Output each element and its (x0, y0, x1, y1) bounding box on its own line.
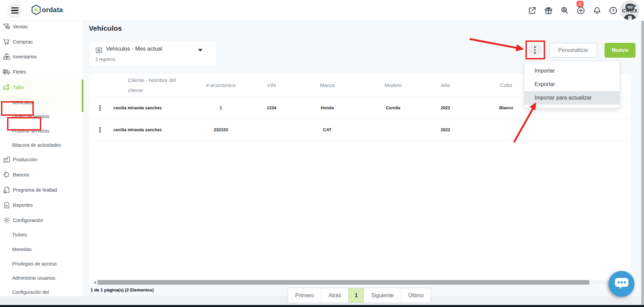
chat-bubble-icon (614, 277, 629, 291)
help-question-icon[interactable]: ? (609, 6, 618, 15)
view-filter-dropdown[interactable]: Vehículos - Mes actual 2 registros (89, 41, 216, 67)
sidebar-item-reportes[interactable]: Reportes (0, 200, 83, 210)
options-dropdown-menu: Importar Exportar Importar para actualiz… (524, 61, 620, 108)
notification-badge: 1 (576, 1, 584, 7)
sidebar: $ Ventas Compras Inventarios Fletes Tall… (0, 21, 83, 296)
view-filter-label: Vehículos - Mes actual (106, 46, 162, 52)
sidebar-item-taller[interactable]: Taller (0, 82, 83, 92)
app-logo: K ordata (31, 4, 63, 15)
sidebar-item-proximo-servicios[interactable]: Próximo servicios (0, 126, 83, 136)
boxes-icon (3, 53, 11, 61)
sidebar-item-bancos[interactable]: Bancos (0, 170, 83, 180)
column-header-modelo[interactable]: Modelo (364, 80, 422, 90)
sidebar-item-fletes[interactable]: Fletes (0, 67, 83, 77)
pagination-last-button[interactable]: Último (401, 288, 431, 303)
sidebar-item-vehiculos[interactable]: Vehículos (0, 97, 83, 108)
menu-item-importar[interactable]: Importar (524, 64, 619, 78)
new-button[interactable]: Nuevo (604, 43, 636, 58)
column-header-ano[interactable]: Año (422, 80, 469, 90)
pagination-back-button[interactable]: Atrás (321, 288, 349, 303)
more-options-kebab-button[interactable] (528, 43, 542, 57)
pagination-summary: 1 de 1 página(s) (2 Elementos) (91, 287, 154, 292)
records-count: 2 registros (96, 57, 115, 62)
window-bottom-edge (0, 305, 644, 307)
svg-text:K: K (34, 7, 38, 12)
column-header-economico[interactable]: # económico (189, 80, 253, 90)
page-title: Vehículos (89, 24, 122, 32)
column-header-marca[interactable]: Marca (290, 80, 364, 90)
chat-widget-button[interactable] (609, 271, 635, 297)
sidebar-item-programa-de-lealtad[interactable]: Programa de lealtad (0, 185, 83, 195)
gift-icon[interactable] (544, 6, 553, 15)
sidebar-item-orden-de-servicio[interactable]: Orden de servicio (0, 111, 83, 121)
car-wrench-icon (3, 83, 11, 91)
sidebar-item-administrar-usuarios[interactable]: Administrar usuarios (0, 273, 83, 283)
pagination-page-1-button[interactable]: 1 (349, 288, 364, 303)
sidebar-item-compras[interactable]: Compras (0, 37, 83, 47)
table-row[interactable]: cecilia miranda sanchez 232333 CAT 2022 (89, 119, 630, 141)
piggy-bank-icon (3, 171, 11, 179)
sidebar-item-configuracion[interactable]: Configuración (0, 215, 83, 225)
sidebar-item-inventarios[interactable]: Inventarios (0, 52, 83, 62)
user-label[interactable]: CROX (622, 8, 638, 13)
search-records-icon[interactable] (560, 6, 569, 15)
svg-text:?: ? (612, 8, 615, 13)
top-bar: K ordata ? CROX (0, 0, 644, 21)
external-link-icon[interactable] (528, 6, 537, 15)
logo-text: ordata (42, 6, 63, 14)
report-icon (3, 201, 11, 209)
sidebar-item-produccion[interactable]: Producción (0, 155, 83, 165)
row-kebab-icon[interactable] (89, 127, 111, 133)
vertical-scrollbar-thumb[interactable] (641, 21, 644, 306)
sidebar-item-monedas[interactable]: Monedas (0, 244, 83, 254)
row-kebab-icon[interactable] (89, 105, 111, 111)
cart-icon (3, 38, 11, 46)
pagination-next-button[interactable]: Siguiente (364, 288, 401, 303)
app-window: K ordata ? CROX (0, 0, 644, 307)
menu-item-exportar[interactable]: Exportar (524, 78, 619, 91)
list-view-icon (95, 47, 103, 55)
hamburger-menu-button[interactable] (7, 3, 22, 18)
horizontal-scrollbar-thumb[interactable] (98, 280, 589, 285)
truck-icon (3, 68, 11, 76)
sidebar-item-bitacora-de-actividades[interactable]: Bitacora de actividades (0, 140, 83, 150)
column-header-vin[interactable]: VIN (253, 80, 290, 90)
factory-icon (3, 156, 11, 164)
svg-text:$: $ (8, 26, 9, 29)
sidebar-item-configuracion-del[interactable]: Configuración del (0, 287, 83, 297)
sidebar-item-ventas[interactable]: $ Ventas (0, 22, 83, 32)
chevron-down-icon (198, 49, 203, 52)
gear-icon (3, 216, 11, 224)
sidebar-item-tickets[interactable]: Tickets (0, 230, 83, 240)
scroll-left-arrow[interactable]: ◀ (93, 280, 97, 285)
personalize-button[interactable]: Personalizar (549, 43, 597, 58)
loyalty-badge-icon (3, 186, 11, 194)
logo-hexagon-icon: K (31, 4, 41, 15)
column-header-cliente[interactable]: Cliente - Nombre del cliente (111, 75, 189, 95)
funnel-dollar-icon: $ (3, 23, 11, 31)
notifications-bell-icon[interactable] (593, 6, 601, 15)
pagination: Primero Atrás 1 Siguiente Último (288, 288, 431, 303)
sidebar-item-privilegios-de-acceso[interactable]: Privilegios de acceso (0, 259, 83, 269)
add-plus-icon[interactable] (576, 6, 585, 15)
menu-item-importar-para-actualizar[interactable]: Importar para actualizar (524, 91, 619, 105)
pagination-first-button[interactable]: Primero (288, 288, 321, 303)
